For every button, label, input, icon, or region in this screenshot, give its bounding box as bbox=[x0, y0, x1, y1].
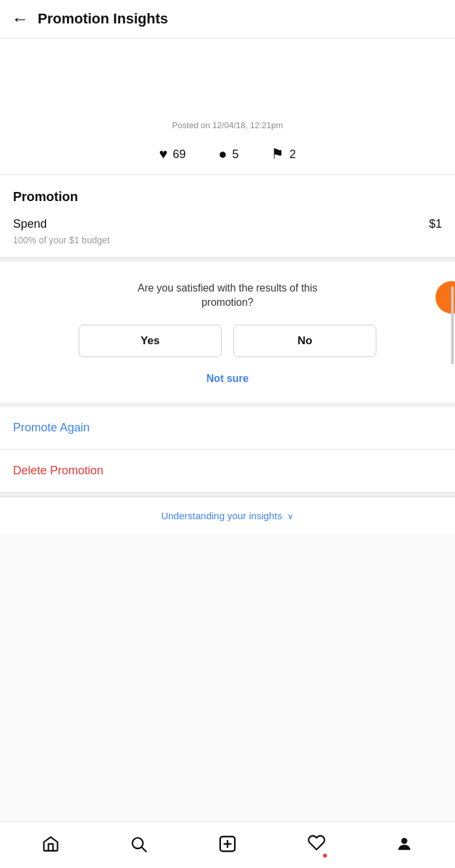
delete-promotion-button[interactable]: Delete Promotion bbox=[13, 464, 103, 477]
likes-count: 69 bbox=[173, 148, 186, 161]
svg-line-1 bbox=[142, 847, 146, 851]
svg-point-5 bbox=[402, 837, 408, 843]
chevron-down-icon: ∨ bbox=[287, 511, 294, 521]
satisfaction-buttons: Yes No bbox=[13, 325, 442, 357]
heart-nav-icon bbox=[307, 834, 326, 856]
nav-search[interactable] bbox=[118, 830, 159, 861]
satisfaction-question: Are you satisfied with the results of th… bbox=[117, 281, 338, 310]
nav-profile[interactable] bbox=[384, 830, 425, 861]
page-title: Promotion Insights bbox=[38, 10, 168, 27]
spend-row: Spend $1 bbox=[13, 217, 442, 231]
add-icon bbox=[218, 834, 237, 856]
comment-icon: ● bbox=[218, 146, 227, 163]
spend-value: $1 bbox=[429, 217, 442, 231]
saves-stat: ⚑ 2 bbox=[271, 146, 296, 163]
budget-info: 100% of your $1 budget bbox=[13, 235, 442, 245]
header: ← Promotion Insights bbox=[0, 0, 455, 38]
heart-notification-dot bbox=[322, 853, 328, 858]
promotion-label: Promotion bbox=[13, 189, 442, 204]
understanding-link[interactable]: Understanding your insights ∨ bbox=[161, 510, 294, 521]
nav-home[interactable] bbox=[30, 830, 72, 861]
promote-again-button[interactable]: Promote Again bbox=[13, 421, 90, 434]
not-sure-button[interactable]: Not sure bbox=[207, 370, 249, 387]
comments-count: 5 bbox=[232, 148, 239, 161]
understanding-link-text: Understanding your insights bbox=[161, 510, 282, 521]
heart-icon: ♥ bbox=[159, 146, 168, 163]
nav-add[interactable] bbox=[206, 829, 249, 861]
search-icon bbox=[129, 835, 148, 856]
spend-label: Spend bbox=[13, 217, 47, 231]
home-icon bbox=[42, 835, 60, 856]
saves-count: 2 bbox=[289, 148, 296, 161]
promotion-section: Promotion Spend $1 100% of your $1 budge… bbox=[0, 175, 455, 257]
comments-stat: ● 5 bbox=[218, 146, 239, 163]
profile-icon bbox=[395, 835, 413, 856]
nav-heart[interactable] bbox=[296, 828, 337, 861]
delete-promotion-section: Delete Promotion bbox=[0, 450, 455, 492]
no-button[interactable]: No bbox=[233, 325, 376, 357]
understanding-section: Understanding your insights ∨ bbox=[0, 496, 455, 534]
bottom-nav bbox=[0, 821, 455, 868]
satisfaction-section: Are you satisfied with the results of th… bbox=[0, 262, 455, 403]
back-button[interactable]: ← bbox=[12, 10, 29, 27]
post-timestamp: Posted on 12/04/18, 12:21pm bbox=[172, 120, 283, 130]
post-image bbox=[162, 50, 292, 115]
bookmark-icon: ⚑ bbox=[271, 146, 284, 163]
stats-row: ♥ 69 ● 5 ⚑ 2 bbox=[0, 137, 455, 174]
yes-button[interactable]: Yes bbox=[79, 325, 222, 357]
post-image-section: Posted on 12/04/18, 12:21pm bbox=[0, 38, 455, 137]
likes-stat: ♥ 69 bbox=[159, 146, 186, 163]
scrollbar[interactable] bbox=[451, 286, 454, 364]
promote-again-section: Promote Again bbox=[0, 407, 455, 449]
